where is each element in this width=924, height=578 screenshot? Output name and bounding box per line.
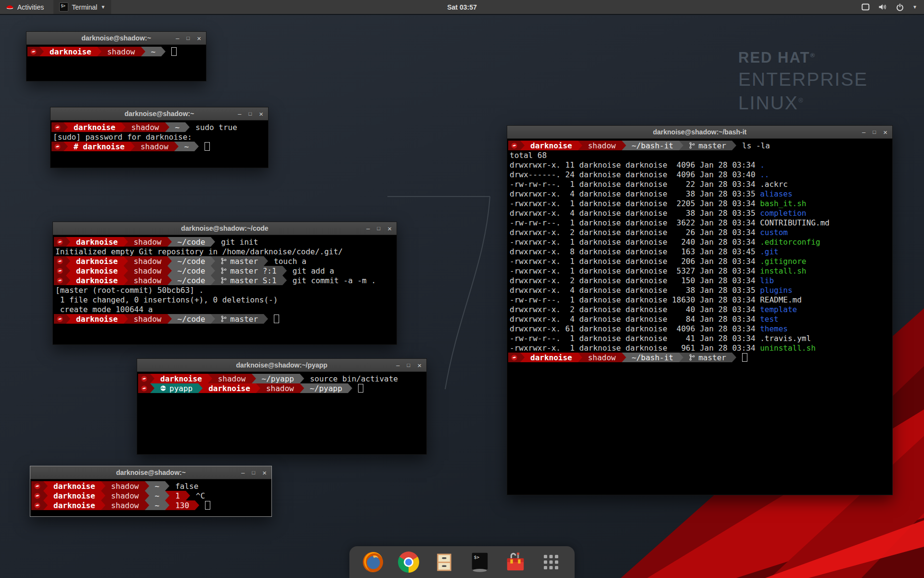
minimize-button[interactable]: – bbox=[241, 470, 244, 476]
close-button[interactable]: × bbox=[417, 362, 422, 369]
app-menu-terminal[interactable]: $> Terminal ▼ bbox=[53, 0, 111, 14]
powerline-arrow bbox=[165, 122, 169, 132]
ls-meta: drwx------. 24 darknoise darknoise 4096 … bbox=[508, 170, 760, 179]
maximize-button[interactable]: □ bbox=[187, 36, 190, 41]
prompt-segment-host: shadow bbox=[582, 141, 622, 150]
terminal-icon[interactable]: $> bbox=[469, 551, 491, 573]
file-name: aliases bbox=[760, 189, 792, 198]
titlebar[interactable]: darknoise@shadow:~/pyapp–□× bbox=[137, 359, 426, 372]
clock[interactable]: Sat 03:57 bbox=[0, 3, 924, 11]
powerline-arrow bbox=[195, 500, 199, 510]
prompt-segment-dir: ~/code bbox=[172, 266, 211, 276]
terminal-line: -rw-rw-r--. 1 darknoise darknoise 3622 J… bbox=[508, 218, 892, 227]
app-grid-icon[interactable] bbox=[540, 551, 562, 573]
terminal-content[interactable]: darknoiseshadow~/codegit initInitialized… bbox=[53, 235, 397, 324]
terminal-line: darknoiseshadow~/codemaster ?:1git add a bbox=[54, 266, 397, 276]
maximize-button[interactable]: □ bbox=[873, 130, 876, 135]
minimize-button[interactable]: – bbox=[366, 225, 370, 232]
prompt-segment-dir: ~ bbox=[149, 491, 166, 500]
firefox-icon[interactable] bbox=[362, 551, 384, 573]
terminal-window-w1: darknoise@shadow:~–□×darknoiseshadow~ bbox=[26, 31, 206, 81]
maximize-button[interactable]: □ bbox=[249, 111, 252, 117]
minimize-button[interactable]: – bbox=[238, 111, 241, 117]
maximize-button[interactable]: □ bbox=[377, 226, 381, 231]
ls-meta: drwxrwxr-x. 8 darknoise darknoise 163 Ja… bbox=[508, 247, 760, 256]
file-name: themes bbox=[760, 324, 788, 333]
terminal-line: drwxrwxr-x. 4 darknoise darknoise 38 Jan… bbox=[508, 189, 892, 198]
prompt-segment-dir: ~/pyapp bbox=[256, 374, 300, 383]
powerline-arrow bbox=[211, 266, 215, 276]
prompt-segment-venv: pyapp bbox=[154, 383, 198, 393]
close-button[interactable]: × bbox=[197, 35, 201, 42]
close-button[interactable]: × bbox=[387, 225, 392, 232]
redhat-icon bbox=[57, 316, 63, 322]
redhat-icon bbox=[141, 385, 147, 392]
chrome-icon[interactable] bbox=[398, 551, 420, 573]
terminal-window-w4: darknoise@shadow:~/pyapp–□×darknoiseshad… bbox=[137, 358, 427, 455]
terminal-line: drwxrwxr-x. 4 darknoise darknoise 38 Jan… bbox=[508, 208, 892, 218]
close-button[interactable]: × bbox=[883, 129, 887, 136]
powerline-arrow bbox=[282, 266, 287, 276]
terminal-line: -rwxrwxr-x. 1 darknoise darknoise 240 Ja… bbox=[508, 237, 892, 247]
redhat-icon bbox=[57, 239, 63, 245]
output-text: 1 file changed, 0 insertions(+), 0 delet… bbox=[54, 295, 278, 304]
prompt-segment-user: # darknoise bbox=[68, 142, 130, 151]
terminal-content[interactable]: darknoiseshadow~/pyappsource bin/activat… bbox=[137, 372, 426, 393]
terminal-content[interactable]: darknoiseshadow~sudo true[sudo] password… bbox=[51, 120, 268, 151]
command-text: ^C bbox=[190, 491, 205, 500]
minimize-button[interactable]: – bbox=[396, 362, 399, 368]
terminal-window-w5: darknoise@shadow:~–□×darknoiseshadow~fal… bbox=[30, 466, 272, 517]
terminal-content[interactable]: darknoiseshadow~/bash-itmasterls -latota… bbox=[507, 139, 892, 362]
powerline-arrow bbox=[145, 500, 149, 510]
toolbox-icon[interactable] bbox=[504, 551, 526, 573]
ls-meta: -rw-rw-r--. 1 darknoise darknoise 41 Jan… bbox=[508, 334, 760, 343]
volume-icon[interactable] bbox=[878, 3, 887, 11]
terminal-line: darknoiseshadow~sudo true bbox=[51, 122, 268, 132]
titlebar[interactable]: darknoise@shadow:~/bash-it–□× bbox=[507, 126, 892, 139]
titlebar[interactable]: darknoise@shadow:~–□× bbox=[51, 107, 268, 120]
prompt-segment-user: darknoise bbox=[154, 374, 208, 383]
prompt-segment-host: shadow bbox=[260, 383, 300, 393]
prompt-segment-user: darknoise bbox=[48, 481, 101, 491]
branch-icon bbox=[221, 277, 227, 284]
activities-button[interactable]: Activities bbox=[0, 0, 50, 14]
prompt-segment-user: darknoise bbox=[525, 141, 578, 150]
prompt-segment-user: darknoise bbox=[70, 276, 124, 285]
terminal-content[interactable]: darknoiseshadow~ bbox=[26, 45, 206, 56]
redhat-icon bbox=[511, 143, 517, 149]
powerline-arrow bbox=[66, 276, 70, 285]
terminal-content[interactable]: darknoiseshadow~falsedarknoiseshadow~1^C… bbox=[30, 479, 271, 510]
minimize-button[interactable]: – bbox=[862, 129, 865, 135]
terminal-line: darknoiseshadow~130 bbox=[31, 500, 271, 510]
python-icon bbox=[160, 385, 166, 391]
powerline-arrow bbox=[165, 500, 169, 510]
terminal-cursor bbox=[274, 315, 279, 323]
terminal-cursor bbox=[742, 353, 747, 362]
prompt-segment-host: shadow bbox=[105, 491, 145, 500]
powerline-arrow bbox=[124, 256, 128, 266]
minimize-button[interactable]: – bbox=[176, 35, 179, 41]
ls-meta: -rwxrwxr-x. 1 darknoise darknoise 2205 J… bbox=[508, 199, 760, 208]
prompt-segment-lead bbox=[54, 266, 66, 276]
display-icon[interactable] bbox=[861, 3, 870, 11]
close-button[interactable]: × bbox=[262, 469, 267, 476]
titlebar[interactable]: darknoise@shadow:~–□× bbox=[26, 32, 206, 45]
maximize-button[interactable]: □ bbox=[407, 363, 411, 368]
titlebar[interactable]: darknoise@shadow:~–□× bbox=[30, 466, 271, 479]
powerline-arrow bbox=[101, 481, 105, 491]
files-icon[interactable] bbox=[433, 551, 455, 573]
prompt-segment-dir: ~/bash-it bbox=[626, 353, 680, 362]
caret-down-icon[interactable]: ▼ bbox=[912, 4, 917, 10]
prompt-segment-dir: ~ bbox=[149, 481, 166, 491]
window-title: darknoise@shadow:~ bbox=[125, 110, 194, 118]
prompt-segment-user: darknoise bbox=[48, 491, 101, 500]
prompt-segment-dir: ~ bbox=[179, 142, 195, 151]
ls-meta: -rwxrwxr-x. 1 darknoise darknoise 961 Ja… bbox=[508, 343, 760, 353]
maximize-button[interactable]: □ bbox=[252, 470, 256, 475]
titlebar[interactable]: darknoise@shadow:~/code–□× bbox=[53, 222, 397, 235]
close-button[interactable]: × bbox=[259, 110, 263, 118]
power-icon[interactable] bbox=[896, 3, 904, 11]
powerline-arrow bbox=[174, 142, 179, 151]
file-name: template bbox=[760, 305, 797, 314]
prompt-segment-lead bbox=[54, 237, 66, 247]
